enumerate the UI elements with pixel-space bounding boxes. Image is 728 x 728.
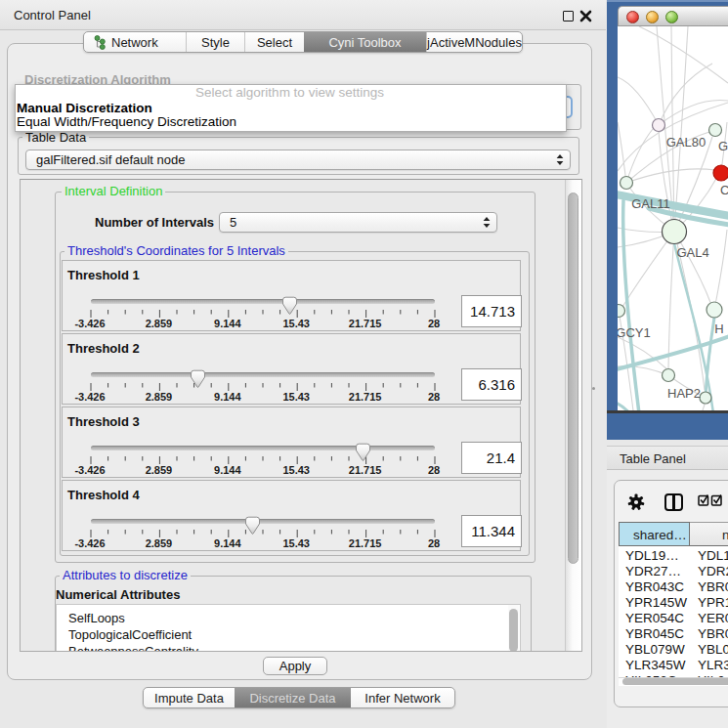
svg-text:GAL4: GAL4 — [676, 245, 708, 260]
svg-text:GAL80: GAL80 — [666, 135, 706, 150]
svg-text:GAL11: GAL11 — [631, 196, 670, 211]
svg-text:G.: G. — [718, 139, 728, 153]
svg-text:C: C — [720, 183, 728, 197]
svg-text:HAP2: HAP2 — [667, 386, 701, 401]
svg-text:H: H — [714, 321, 723, 336]
svg-text:GCY1: GCY1 — [618, 325, 651, 340]
